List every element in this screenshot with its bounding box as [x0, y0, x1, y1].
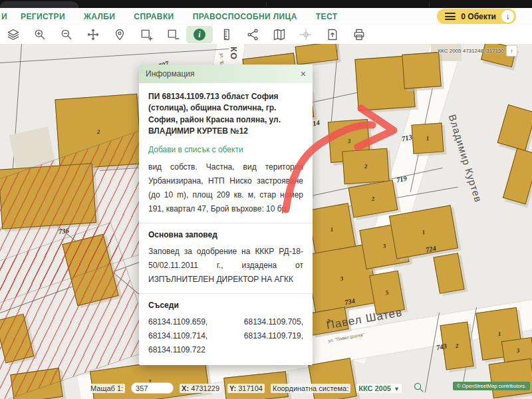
app-window: И РЕГИСТРИ ЖАЛБИ СПРАВКИ ПРАВОСПОСОБНИ Л…: [0, 0, 532, 399]
building: 1: [412, 122, 444, 154]
objects-list-button[interactable]: 0 Обекти ↓: [437, 9, 516, 24]
corner-coordinates: ККС 2005 4731248, 317150: [438, 48, 504, 54]
info-icon[interactable]: i: [186, 26, 213, 43]
street-label-top-partial: КО: [229, 47, 239, 60]
share-icon[interactable]: [239, 26, 266, 43]
layers-icon[interactable]: [0, 26, 27, 43]
zoom-out-icon[interactable]: [53, 26, 80, 43]
x-value: 4731229: [191, 384, 219, 392]
scale-label: Мащаб 1:: [88, 384, 125, 393]
search-icon[interactable]: [413, 382, 424, 394]
crs-label: Координатна система:: [271, 384, 350, 393]
measure-icon[interactable]: [213, 26, 239, 43]
chevron-down-icon: ▼: [394, 386, 400, 392]
menu-item-partial[interactable]: И: [1, 12, 7, 21]
export-icon[interactable]: [319, 26, 346, 43]
parcel-details: вид собств. Частна, вид територия Урбани…: [148, 160, 303, 216]
map-toolbar: i: [0, 25, 532, 44]
building: [295, 44, 338, 65]
building: [503, 148, 532, 205]
order-text: Заповед за одобрение на КККР РД-18-50/02…: [148, 245, 303, 287]
menu-item-spravki[interactable]: СПРАВКИ: [134, 12, 174, 21]
neighbors-list: 68134.1109.659, 68134.1109.705, 68134.11…: [148, 315, 303, 357]
menu-item-test[interactable]: ТЕСТ: [316, 12, 338, 21]
osm-attribution[interactable]: © OpenStreetMap contributors.: [453, 382, 530, 390]
select-remove-icon[interactable]: [160, 26, 186, 43]
menu-item-zhalbi[interactable]: ЖАЛБИ: [84, 12, 115, 21]
print-icon[interactable]: [346, 26, 372, 43]
info-popup: Информация × ПИ 68134.1109.713 област Со…: [139, 65, 313, 365]
main-menu: И РЕГИСТРИ ЖАЛБИ СПРАВКИ ПРАВОСПОСОБНИ Л…: [0, 8, 532, 26]
parcel-headline: ПИ 68134.1109.713 област София (столица)…: [148, 91, 303, 138]
crosshair-icon: [293, 26, 319, 43]
neighbors-section-header: Съседи: [148, 301, 303, 310]
pan-icon[interactable]: [80, 26, 106, 43]
add-to-objects-link[interactable]: Добави в списък с обекти: [148, 145, 303, 154]
info-popup-title: Информация: [146, 69, 194, 78]
x-label: X:: [182, 384, 189, 392]
zoom-in-icon[interactable]: [27, 26, 53, 43]
building: [402, 52, 441, 89]
close-icon[interactable]: ×: [301, 69, 306, 78]
street-label-vladimir-kurtev: Владимир Куртев: [447, 113, 484, 203]
building: 2: [342, 148, 389, 185]
scale-input[interactable]: [131, 382, 174, 394]
building: [433, 253, 464, 294]
browser-chrome-strip: [0, 0, 532, 8]
north-arrow-button[interactable]: ↑: [506, 45, 517, 57]
menu-item-pravosposobni-litsa[interactable]: ПРАВОСПОСОБНИ ЛИЦА: [193, 12, 297, 21]
building: [489, 358, 532, 398]
menu-item-registri[interactable]: РЕГИСТРИ: [21, 12, 65, 21]
location-marker-icon[interactable]: [106, 26, 133, 43]
browser-tab[interactable]: [0, 1, 78, 8]
objects-count-label: 0 Обекти: [461, 12, 496, 21]
order-section-header: Основна заповед: [148, 230, 303, 239]
select-add-icon[interactable]: [133, 26, 160, 43]
hamburger-icon: [445, 11, 456, 22]
y-value: 317104: [238, 384, 263, 392]
status-bar: Мащаб 1: X: 4731229 Y: 317104 Координатн…: [88, 382, 424, 394]
crs-dropdown[interactable]: ККС 2005▼: [356, 384, 402, 393]
map-icon[interactable]: [266, 26, 293, 43]
y-label: Y:: [229, 384, 236, 392]
info-popup-header: Информация ×: [139, 65, 313, 83]
building: [497, 104, 532, 151]
download-arrow-icon[interactable]: ↓: [501, 10, 514, 23]
